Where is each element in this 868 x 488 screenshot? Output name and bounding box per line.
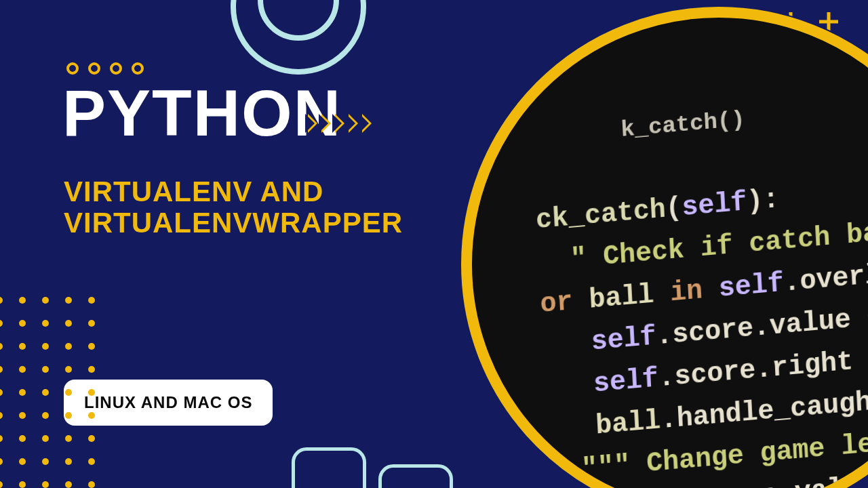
dot-icon — [65, 412, 72, 419]
chevrons-decoration — [308, 114, 372, 133]
dot-icon — [42, 343, 49, 350]
dot-icon — [0, 481, 3, 488]
dot-icon — [42, 389, 49, 396]
dot-icon — [88, 343, 95, 350]
code-token: handle_caught() — [676, 383, 868, 434]
dot-icon — [42, 458, 49, 465]
dot-icon — [88, 412, 95, 419]
subtitle: VIRTUALENV ANDVIRTUALENVWRAPPER — [64, 176, 403, 239]
dot-icon — [19, 481, 26, 488]
dot-icon — [42, 481, 49, 488]
dot-icon — [88, 389, 95, 396]
chevron-right-icon — [362, 114, 372, 133]
dot-icon — [42, 366, 49, 373]
dot-icon — [88, 366, 95, 373]
code-token: self — [681, 187, 747, 223]
code-token: overlappin — [799, 253, 868, 298]
dot-icon — [0, 297, 3, 304]
dot-icon — [19, 458, 26, 465]
dot-grid-decoration — [0, 297, 99, 488]
small-circle-icon — [110, 62, 122, 75]
code-text: k_catch() ck_catch(self): " Check if cat… — [461, 7, 868, 488]
small-circle-icon — [88, 62, 100, 75]
dot-icon — [0, 320, 3, 327]
dot-icon — [88, 435, 95, 442]
dot-icon — [42, 412, 49, 419]
dot-icon — [65, 366, 72, 373]
dot-icon — [19, 435, 26, 442]
code-token: score.value — [696, 471, 868, 488]
dot-icon — [19, 389, 26, 396]
dot-icon — [88, 481, 95, 488]
code-token: or — [540, 287, 574, 320]
dot-icon — [0, 343, 3, 350]
dot-icon — [0, 435, 3, 442]
chevron-right-icon — [321, 114, 331, 133]
code-token: score.right — [674, 346, 854, 392]
dot-icon — [42, 435, 49, 442]
dot-icon — [42, 320, 49, 327]
dot-icon — [65, 481, 72, 488]
main-title: PYTHON — [62, 76, 342, 150]
dot-icon — [42, 297, 49, 304]
dot-icon — [19, 343, 26, 350]
dot-icon — [19, 412, 26, 419]
dot-icon — [88, 320, 95, 327]
dot-icon — [65, 343, 72, 350]
small-circles-decoration — [66, 62, 144, 75]
dot-icon — [88, 458, 95, 465]
code-token: self — [593, 363, 659, 399]
chevron-right-icon — [335, 114, 344, 133]
dot-icon — [0, 366, 3, 373]
code-token: score.value — [671, 304, 852, 350]
dot-icon — [0, 389, 3, 396]
code-token: ball — [595, 405, 661, 441]
dot-icon — [19, 320, 26, 327]
code-photo-circle: k_catch() ck_catch(self): " Check if cat… — [461, 7, 868, 488]
code-token: ball — [588, 280, 654, 316]
dot-icon — [65, 297, 72, 304]
dot-icon — [19, 297, 26, 304]
dot-icon — [65, 320, 72, 327]
dot-icon — [65, 435, 72, 442]
chevron-right-icon — [308, 114, 317, 133]
dot-icon — [19, 366, 26, 373]
dot-icon — [65, 458, 72, 465]
small-circle-icon — [66, 62, 79, 75]
rounded-rect-decoration-1 — [292, 447, 366, 488]
chevron-right-icon — [349, 114, 358, 133]
code-token: self — [591, 321, 657, 357]
code-token: k_catch() — [620, 106, 745, 143]
code-token: self — [718, 268, 785, 304]
dot-icon — [65, 389, 72, 396]
dot-icon — [88, 297, 95, 304]
dot-icon — [0, 458, 3, 465]
code-token: ck_catch — [535, 195, 667, 237]
rounded-rect-decoration-2 — [378, 464, 453, 488]
small-circle-icon — [132, 62, 144, 75]
dot-icon — [0, 412, 3, 419]
code-token: in — [669, 275, 703, 308]
